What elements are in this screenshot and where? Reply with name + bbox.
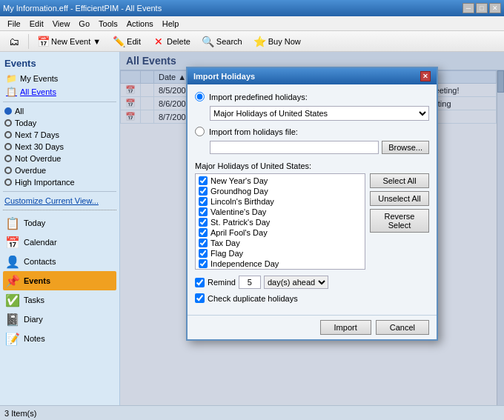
- list-item[interactable]: April Fool's Day: [197, 227, 363, 238]
- sidebar-item-all-events[interactable]: 📋 All Events: [3, 85, 116, 99]
- cancel-button[interactable]: Cancel: [376, 320, 429, 335]
- holiday-checkbox[interactable]: [199, 197, 208, 206]
- menu-file[interactable]: File: [3, 18, 25, 30]
- holiday-label: Valentine's Day: [210, 207, 266, 216]
- file-path-input[interactable]: [210, 141, 379, 154]
- holiday-label: Tax Day: [210, 239, 240, 247]
- remind-checkbox[interactable]: [195, 278, 205, 287]
- maximize-button[interactable]: □: [476, 3, 488, 13]
- menu-help[interactable]: Help: [158, 18, 184, 30]
- dialog-close-button[interactable]: ✕: [420, 71, 431, 81]
- nav-diary-icon: 📓: [6, 313, 19, 326]
- dialog-footer: Import Cancel: [188, 315, 437, 339]
- filter-next-30-days[interactable]: Next 30 Days: [3, 141, 116, 153]
- menu-actions[interactable]: Actions: [122, 18, 158, 30]
- holiday-label: Flag Day: [210, 249, 243, 258]
- holiday-checkbox[interactable]: [199, 249, 208, 258]
- holiday-checkbox[interactable]: [199, 259, 208, 268]
- filter-next-30-label: Next 30 Days: [15, 142, 64, 151]
- duplicate-check-checkbox[interactable]: [195, 293, 205, 303]
- nav-notes-label: Notes: [24, 334, 45, 343]
- holiday-label: April Fool's Day: [210, 228, 268, 237]
- toolbar-icons[interactable]: 🗂: [3, 33, 25, 50]
- holidays-area: New Year's Day Groundhog Day Lincoln's B…: [195, 173, 429, 270]
- menu-edit[interactable]: Edit: [25, 18, 48, 30]
- buy-now-button[interactable]: ⭐ Buy Now: [249, 33, 306, 50]
- menu-view[interactable]: View: [48, 18, 75, 30]
- edit-icon: ✏️: [113, 36, 125, 47]
- nav-item-tasks[interactable]: ✅ Tasks: [3, 290, 116, 310]
- nav-item-contacts[interactable]: 👤 Contacts: [3, 252, 116, 271]
- new-event-button[interactable]: 📅 New Event ▼: [32, 33, 106, 50]
- list-item[interactable]: New Year's Day: [197, 176, 363, 186]
- holiday-checkbox[interactable]: [199, 207, 208, 216]
- remind-unit-select[interactable]: day(s) ahead: [264, 276, 328, 289]
- holiday-checkbox[interactable]: [199, 176, 208, 185]
- filter-not-overdue[interactable]: Not Overdue: [3, 153, 116, 164]
- list-item[interactable]: Tax Day: [197, 238, 363, 248]
- nav-calendar-label: Calendar: [24, 238, 57, 247]
- holiday-checkbox[interactable]: [199, 218, 208, 227]
- sidebar-item-my-events[interactable]: 📁 My Events: [3, 72, 116, 85]
- my-events-icon: 📁: [6, 73, 17, 84]
- search-label: Search: [216, 37, 242, 46]
- filter-next-7-days[interactable]: Next 7 Days: [3, 129, 116, 141]
- list-item[interactable]: St. Patrick's Day: [197, 217, 363, 227]
- filter-today-dot: [4, 119, 12, 127]
- list-item[interactable]: Groundhog Day: [197, 186, 363, 196]
- customize-view-link[interactable]: Customize Current View...: [3, 195, 116, 207]
- nav-item-notes[interactable]: 📝 Notes: [3, 329, 116, 348]
- import-holidays-dialog: Import Holidays ✕ Import predefined holi…: [186, 67, 438, 341]
- filter-today[interactable]: Today: [3, 117, 116, 129]
- app-icon: 🗂: [8, 36, 20, 47]
- list-item[interactable]: Independence Day: [197, 259, 363, 269]
- minimize-button[interactable]: ─: [462, 3, 474, 13]
- filter-all[interactable]: All: [3, 105, 116, 117]
- list-item[interactable]: Flag Day: [197, 248, 363, 259]
- buy-now-icon: ⭐: [254, 36, 266, 47]
- toolbar-sep-1: [28, 34, 29, 49]
- list-item[interactable]: Valentine's Day: [197, 207, 363, 217]
- holidays-buttons: Select All Unselect All Reverse Select: [370, 173, 429, 270]
- holiday-checkbox[interactable]: [199, 228, 208, 237]
- radio-file-row: Import from holidays file:: [195, 127, 429, 136]
- nav-tasks-label: Tasks: [24, 296, 44, 304]
- edit-button[interactable]: ✏️ Edit: [107, 33, 146, 50]
- nav-events-label: Events: [24, 276, 50, 285]
- list-item[interactable]: Halloween: [197, 269, 363, 270]
- filter-all-dot: [4, 107, 12, 115]
- nav-contacts-label: Contacts: [24, 257, 56, 266]
- radio-file[interactable]: [195, 127, 205, 136]
- list-item[interactable]: Lincoln's Birthday: [197, 196, 363, 207]
- new-event-icon: 📅: [37, 36, 49, 47]
- nav-item-events[interactable]: 📌 Events: [3, 271, 116, 290]
- radio-predefined[interactable]: [195, 92, 205, 101]
- select-all-button[interactable]: Select All: [370, 173, 429, 188]
- nav-contacts-icon: 👤: [6, 255, 19, 268]
- reverse-select-button[interactable]: Reverse Select: [370, 209, 429, 233]
- filter-overdue[interactable]: Overdue: [3, 164, 116, 176]
- unselect-all-button[interactable]: Unselect All: [370, 191, 429, 206]
- remind-value-input[interactable]: [239, 276, 261, 289]
- sidebar-title: Events: [3, 55, 116, 72]
- nav-today-icon: 📋: [6, 216, 19, 230]
- nav-item-calendar[interactable]: 📅 Calendar: [3, 233, 116, 252]
- search-button[interactable]: 🔍 Search: [197, 33, 248, 50]
- close-button[interactable]: ✕: [489, 3, 501, 13]
- holidays-list[interactable]: New Year's Day Groundhog Day Lincoln's B…: [195, 173, 365, 270]
- filter-high-importance[interactable]: High Importance: [3, 176, 116, 188]
- delete-button[interactable]: ✕ Delete: [147, 33, 196, 50]
- new-event-arrow: ▼: [93, 37, 101, 46]
- import-button[interactable]: Import: [320, 320, 371, 335]
- holiday-checkbox[interactable]: [199, 187, 208, 196]
- nav-item-today[interactable]: 📋 Today: [3, 213, 116, 233]
- menu-tools[interactable]: Tools: [94, 18, 122, 30]
- nav-notes-icon: 📝: [6, 332, 19, 345]
- browse-button[interactable]: Browse...: [382, 141, 429, 154]
- holiday-label: Groundhog Day: [210, 187, 268, 196]
- nav-item-diary[interactable]: 📓 Diary: [3, 310, 116, 329]
- holidays-dropdown[interactable]: Major Holidays of United States: [210, 106, 429, 121]
- menu-go[interactable]: Go: [74, 18, 94, 30]
- status-bar: 3 Item(s): [0, 405, 504, 420]
- holiday-checkbox[interactable]: [199, 239, 208, 247]
